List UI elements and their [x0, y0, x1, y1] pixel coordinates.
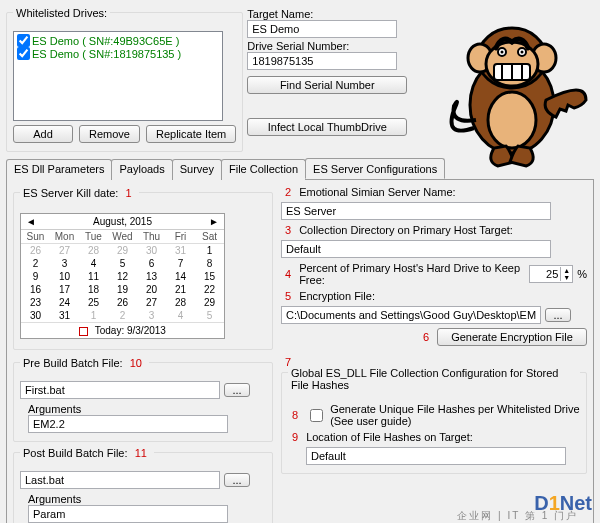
calendar-dow: Sun — [21, 230, 50, 244]
calendar-day[interactable]: 27 — [137, 296, 166, 309]
coll-dir-input[interactable] — [281, 240, 551, 258]
calendar-day[interactable]: 21 — [166, 283, 195, 296]
calendar-day[interactable]: 11 — [79, 270, 108, 283]
drive-label: ES Demo ( SN#:1819875135 ) — [32, 48, 181, 60]
calendar[interactable]: ◄ August, 2015 ► SunMonTueWedThuFriSat 2… — [20, 213, 225, 339]
calendar-day[interactable]: 19 — [108, 283, 137, 296]
calendar-dow: Tue — [79, 230, 108, 244]
calendar-day[interactable]: 26 — [108, 296, 137, 309]
unique-hash-checkbox[interactable] — [310, 409, 323, 422]
whitelisted-drives-group: Whitelisted Drives: ES Demo ( SN#:49B93C… — [6, 12, 243, 152]
drive-checkbox[interactable] — [17, 47, 30, 60]
calendar-day[interactable]: 27 — [50, 244, 79, 257]
calendar-day[interactable]: 23 — [21, 296, 50, 309]
calendar-day[interactable]: 30 — [21, 309, 50, 322]
calendar-day[interactable]: 31 — [50, 309, 79, 322]
calendar-day[interactable]: 5 — [195, 309, 224, 322]
calendar-day[interactable]: 15 — [195, 270, 224, 283]
tab-survey[interactable]: Survey — [172, 159, 222, 180]
post-build-label: Post Build Batch File: — [23, 447, 128, 459]
loc-label: Location of File Hashes on Target: — [306, 431, 473, 443]
infect-button[interactable]: Infect Local ThumbDrive — [247, 118, 407, 136]
calendar-day[interactable]: 26 — [21, 244, 50, 257]
enc-browse-button[interactable]: ... — [545, 308, 571, 322]
next-month-icon[interactable]: ► — [208, 216, 220, 227]
calendar-day[interactable]: 12 — [108, 270, 137, 283]
pre-build-label: Pre Build Batch File: — [23, 357, 123, 369]
server-settings: 2 Emotional Simian Server Name: 3 Collec… — [281, 186, 587, 350]
calendar-day[interactable]: 18 — [79, 283, 108, 296]
calendar-day[interactable]: 29 — [108, 244, 137, 257]
calendar-day[interactable]: 5 — [108, 257, 137, 270]
loc-input[interactable] — [306, 447, 566, 465]
target-name-input[interactable] — [247, 20, 397, 38]
calendar-day[interactable]: 1 — [195, 244, 224, 257]
calendar-dow: Thu — [137, 230, 166, 244]
pre-args-input[interactable] — [28, 415, 228, 433]
list-item[interactable]: ES Demo ( SN#:1819875135 ) — [16, 47, 220, 60]
spin-up-icon[interactable]: ▲ — [561, 267, 572, 274]
pre-build-group: Pre Build Batch File: 10 ... Arguments — [13, 362, 273, 442]
calendar-day[interactable]: 4 — [79, 257, 108, 270]
remove-button[interactable]: Remove — [79, 125, 140, 143]
calendar-day[interactable]: 10 — [50, 270, 79, 283]
calendar-day[interactable]: 16 — [21, 283, 50, 296]
svg-point-12 — [521, 51, 524, 54]
calendar-day[interactable]: 2 — [108, 309, 137, 322]
calendar-day[interactable]: 20 — [137, 283, 166, 296]
list-item[interactable]: ES Demo ( SN#:49B93C65E ) — [16, 34, 220, 47]
calendar-day[interactable]: 13 — [137, 270, 166, 283]
calendar-day[interactable]: 6 — [137, 257, 166, 270]
today-label[interactable]: Today: 9/3/2013 — [95, 325, 166, 336]
post-file-input[interactable] — [20, 471, 220, 489]
pct-input[interactable] — [530, 268, 560, 280]
calendar-day[interactable]: 8 — [195, 257, 224, 270]
batch-files-col: Pre Build Batch File: 10 ... Arguments P… — [13, 356, 273, 523]
calendar-day[interactable]: 29 — [195, 296, 224, 309]
tab-dll-params[interactable]: ES Dll Parameters — [6, 159, 112, 180]
find-serial-button[interactable]: Find Serial Number — [247, 76, 407, 94]
tab-payloads[interactable]: Payloads — [111, 159, 172, 180]
calendar-day[interactable]: 14 — [166, 270, 195, 283]
serial-input[interactable] — [247, 52, 397, 70]
drive-checkbox[interactable] — [17, 34, 30, 47]
enc-file-input[interactable] — [281, 306, 541, 324]
calendar-day[interactable]: 1 — [79, 309, 108, 322]
prev-month-icon[interactable]: ◄ — [25, 216, 37, 227]
calendar-day[interactable]: 4 — [166, 309, 195, 322]
calendar-day[interactable]: 28 — [166, 296, 195, 309]
post-args-input[interactable] — [28, 505, 228, 523]
calendar-day[interactable]: 9 — [21, 270, 50, 283]
calendar-month[interactable]: August, 2015 — [93, 216, 152, 227]
whitelist-listbox[interactable]: ES Demo ( SN#:49B93C65E ) ES Demo ( SN#:… — [13, 31, 223, 121]
replicate-button[interactable]: Replicate Item — [146, 125, 236, 143]
tab-server-config[interactable]: ES Server Configurations — [305, 158, 445, 179]
calendar-day[interactable]: 3 — [137, 309, 166, 322]
calendar-day[interactable]: 28 — [79, 244, 108, 257]
calendar-day[interactable]: 24 — [50, 296, 79, 309]
calendar-day[interactable]: 2 — [21, 257, 50, 270]
calendar-day[interactable]: 30 — [137, 244, 166, 257]
post-browse-button[interactable]: ... — [224, 473, 250, 487]
marker-11: 11 — [135, 447, 147, 459]
marker-6: 6 — [423, 331, 429, 343]
calendar-day[interactable]: 7 — [166, 257, 195, 270]
calendar-day[interactable]: 17 — [50, 283, 79, 296]
marker-8: 8 — [292, 409, 298, 421]
calendar-day[interactable]: 3 — [50, 257, 79, 270]
add-button[interactable]: Add — [13, 125, 73, 143]
calendar-dow: Sat — [195, 230, 224, 244]
spin-down-icon[interactable]: ▼ — [561, 274, 572, 281]
marker-5: 5 — [285, 290, 291, 302]
pre-browse-button[interactable]: ... — [224, 383, 250, 397]
pre-file-input[interactable] — [20, 381, 220, 399]
calendar-day[interactable]: 31 — [166, 244, 195, 257]
generate-enc-button[interactable]: Generate Encryption File — [437, 328, 587, 346]
server-name-input[interactable] — [281, 202, 551, 220]
tab-file-collection[interactable]: File Collection — [221, 159, 306, 180]
pct-spinner[interactable]: ▲▼ — [529, 265, 573, 283]
calendar-day[interactable]: 22 — [195, 283, 224, 296]
coll-dir-label: Collection Directory on Primary Host Tar… — [299, 224, 513, 236]
calendar-day[interactable]: 25 — [79, 296, 108, 309]
post-build-group: Post Build Batch File: 11 ... Arguments — [13, 452, 273, 523]
